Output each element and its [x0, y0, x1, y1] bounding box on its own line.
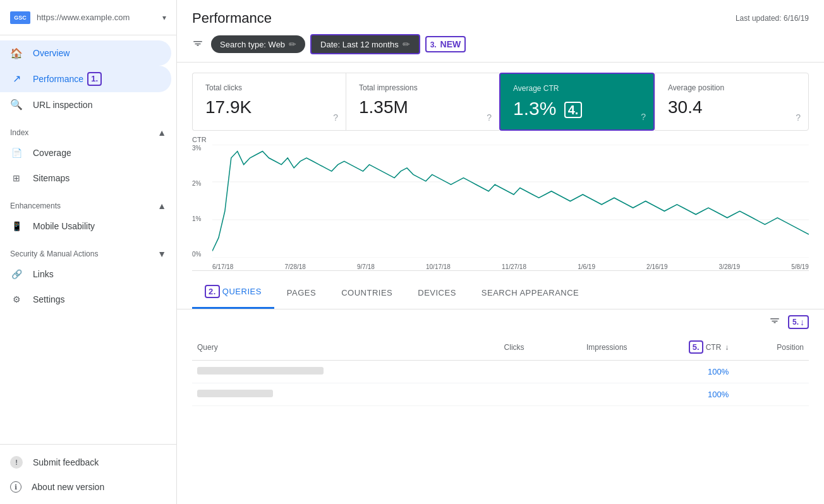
main-header: Performance Last updated: 6/16/19	[177, 0, 824, 27]
metrics-row: Total clicks 17.9K ? Total impressions 1…	[177, 63, 824, 131]
average-position-label: Average position	[668, 83, 796, 92]
main-content: Performance Last updated: 6/16/19 Search…	[177, 0, 824, 504]
clicks-cell-1	[468, 361, 530, 383]
sidebar-item-url-inspection[interactable]: 🔍 URL inspection	[0, 92, 171, 117]
sidebar-navigation: 🏠 Overview ↗ Performance 1. 🔍 URL inspec…	[0, 35, 176, 444]
security-collapse-icon: ▼	[157, 249, 166, 259]
x-tick-1: 7/28/18	[285, 263, 306, 270]
chart-area: CTR 0% 1% 2% 3% 6/17/18	[177, 131, 824, 276]
query-cell-1	[192, 361, 468, 383]
ctr-th-step-badge: 5.	[689, 340, 703, 354]
metric-average-ctr: Average CTR 1.3% 4. ?	[499, 73, 655, 131]
sidebar-item-label-links: Links	[33, 269, 54, 279]
sidebar-item-label-url-inspection: URL inspection	[33, 100, 92, 110]
search-type-label: Search type: Web	[220, 40, 285, 49]
table-filter-icon[interactable]	[769, 315, 780, 329]
sidebar-bottom: ! Submit feedback ℹ About new version	[0, 444, 176, 504]
sidebar-item-links[interactable]: 🔗 Links	[0, 261, 171, 287]
sidebar-item-label-coverage: Coverage	[33, 148, 71, 158]
data-table: Query Clicks Impressions 5. CTR ↓	[192, 334, 809, 406]
table-header-row: Query Clicks Impressions 5. CTR ↓	[192, 334, 809, 361]
x-tick-0: 6/17/18	[212, 263, 233, 270]
position-cell-1	[734, 361, 809, 383]
sidebar-section-security[interactable]: Security & Manual Actions ▼	[0, 239, 176, 261]
query-cell-2	[192, 383, 468, 406]
sidebar-item-mobile-usability[interactable]: 📱 Mobile Usability	[0, 213, 171, 239]
step-badge-5: 5.	[792, 318, 799, 327]
average-ctr-step-badge: 4.	[564, 102, 583, 118]
info-icon: ℹ	[10, 481, 21, 493]
security-section-label: Security & Manual Actions	[10, 249, 98, 258]
sidebar-item-label-sitemaps: Sitemaps	[33, 173, 70, 183]
url-inspection-icon: 🔍	[10, 99, 23, 111]
sidebar-item-submit-feedback[interactable]: ! Submit feedback	[0, 450, 171, 475]
tab-countries[interactable]: COUNTRIES	[329, 276, 405, 309]
tab-search-appearance-label: SEARCH APPEARANCE	[482, 288, 579, 297]
table-row: 100%	[192, 361, 809, 383]
coverage-icon: 📄	[10, 147, 23, 159]
download-button[interactable]: 5. ↓	[788, 315, 809, 329]
x-tick-2: 9/7/18	[357, 263, 375, 270]
x-tick-3: 10/17/18	[426, 263, 451, 270]
total-clicks-help[interactable]: ?	[333, 112, 338, 123]
sidebar-section-index[interactable]: Index ▲	[0, 117, 176, 140]
y-tick-1: 1%	[192, 215, 210, 222]
sidebar-item-overview[interactable]: 🏠 Overview	[0, 40, 171, 66]
date-edit-icon: ✏	[403, 39, 410, 49]
query-redacted-1	[197, 367, 324, 375]
search-type-chip[interactable]: Search type: Web ✏	[211, 35, 305, 53]
tab-search-appearance[interactable]: SEARCH APPEARANCE	[469, 276, 591, 309]
enhancements-section-label: Enhancements	[10, 201, 61, 210]
tab-devices[interactable]: DEVICES	[405, 276, 469, 309]
average-ctr-label: Average CTR	[513, 84, 641, 93]
chart-y-label: CTR	[192, 136, 809, 143]
total-impressions-value: 1.35M	[359, 97, 487, 117]
date-chip[interactable]: Date: Last 12 months ✏	[310, 34, 420, 54]
th-clicks[interactable]: Clicks	[468, 334, 530, 361]
th-query[interactable]: Query	[192, 334, 468, 361]
sidebar-section-enhancements[interactable]: Enhancements ▲	[0, 191, 176, 213]
search-type-edit-icon: ✏	[289, 39, 296, 49]
sidebar-item-about-new-version[interactable]: ℹ About new version	[0, 475, 171, 499]
x-tick-8: 5/8/19	[791, 263, 809, 270]
th-ctr[interactable]: 5. CTR ↓	[633, 334, 734, 361]
chart-svg	[212, 145, 809, 258]
logo-area[interactable]: GSC https://www.example.com ▾	[0, 0, 176, 35]
new-badge: 3. NEW	[425, 36, 466, 52]
average-ctr-help[interactable]: ?	[641, 112, 646, 122]
performance-icon: ↗	[10, 73, 23, 85]
performance-step-badge: 1.	[87, 72, 102, 86]
new-badge-container: 3. NEW	[425, 36, 466, 52]
chart-container: 0% 1% 2% 3% 6/17/18 7/28/18 9	[192, 145, 809, 271]
sidebar-item-sitemaps[interactable]: ⊞ Sitemaps	[0, 165, 171, 191]
table-toolbar: 5. ↓	[192, 309, 809, 334]
feedback-icon: !	[10, 456, 23, 469]
metric-total-impressions: Total impressions 1.35M ?	[346, 73, 499, 131]
total-clicks-label: Total clicks	[205, 83, 333, 92]
x-tick-6: 2/16/19	[646, 263, 667, 270]
site-selector-arrow[interactable]: ▾	[162, 13, 166, 22]
metric-total-clicks: Total clicks 17.9K ?	[192, 73, 346, 131]
total-clicks-value: 17.9K	[205, 97, 333, 117]
sidebar-item-coverage[interactable]: 📄 Coverage	[0, 140, 171, 165]
sitemaps-icon: ⊞	[10, 172, 23, 184]
total-impressions-help[interactable]: ?	[487, 112, 492, 123]
query-redacted-2	[197, 390, 273, 397]
impressions-cell-2	[530, 383, 633, 406]
average-position-value: 30.4	[668, 97, 796, 117]
sidebar-item-settings[interactable]: ⚙ Settings	[0, 287, 171, 312]
th-position[interactable]: Position	[734, 334, 809, 361]
filter-icon[interactable]	[192, 37, 203, 52]
tab-pages-label: PAGES	[287, 288, 316, 297]
sidebar-item-label-performance: Performance	[33, 74, 83, 84]
settings-icon: ⚙	[10, 293, 23, 306]
chart-y-axis: 0% 1% 2% 3%	[192, 145, 210, 258]
sidebar-item-performance[interactable]: ↗ Performance 1.	[0, 66, 171, 92]
total-impressions-label: Total impressions	[359, 83, 487, 92]
th-impressions[interactable]: Impressions	[530, 334, 633, 361]
tab-pages[interactable]: PAGES	[274, 276, 329, 309]
tab-queries[interactable]: 2. QUERIES	[192, 276, 274, 309]
average-position-help[interactable]: ?	[796, 112, 801, 123]
clicks-cell-2	[468, 383, 530, 406]
table-row: 100%	[192, 383, 809, 406]
